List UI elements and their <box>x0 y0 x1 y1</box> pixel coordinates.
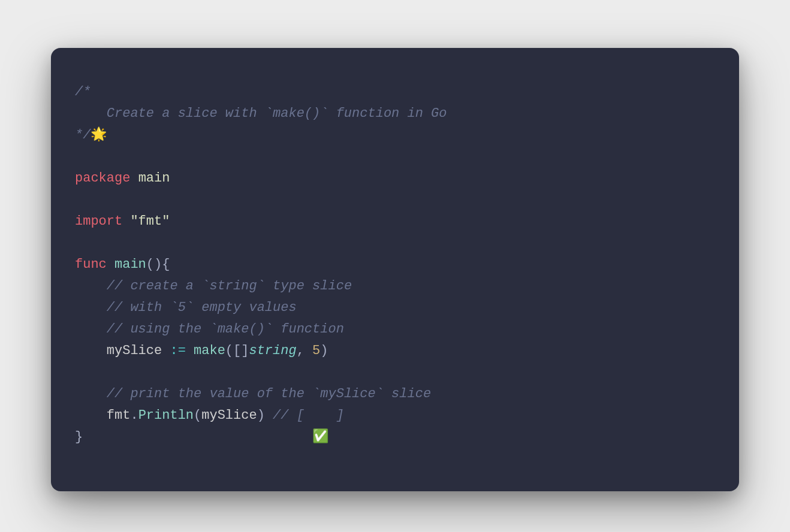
import-path: "fmt" <box>130 214 170 229</box>
type-string: string <box>249 343 296 358</box>
make-paren-open: ( <box>225 343 233 358</box>
call-println: Println <box>138 408 194 423</box>
package-name: main <box>138 171 170 186</box>
code-block: /* Create a slice with `make()` function… <box>75 81 715 448</box>
assign-op: := <box>170 343 185 358</box>
comma: , <box>297 343 304 358</box>
func-name: main <box>114 257 146 272</box>
call-make: make <box>194 343 225 358</box>
paren-open: ( <box>146 257 154 272</box>
keyword-import: import <box>75 214 122 229</box>
keyword-package: package <box>75 171 130 186</box>
make-paren-close: ) <box>320 343 328 358</box>
slice-brackets: [] <box>233 343 249 358</box>
block-comment-close: */ <box>75 128 91 143</box>
println-paren-close: ) <box>257 408 265 423</box>
number-five: 5 <box>312 343 320 358</box>
check-icon: ✅ <box>312 430 328 445</box>
pkg-fmt: fmt <box>107 408 131 423</box>
arg-myslice: mySlice <box>201 408 257 423</box>
line-comment-3: // using the `make()` function <box>107 322 344 337</box>
keyword-func: func <box>75 257 107 272</box>
block-comment-body: Create a slice with `make()` function in… <box>75 106 447 121</box>
trailing-comment: // [ ] <box>273 408 344 423</box>
line-comment-4: // print the value of the `mySlice` slic… <box>107 386 431 401</box>
sparkle-icon: 🌟 <box>91 128 107 143</box>
line-comment-1: // create a `string` type slice <box>107 279 352 294</box>
var-name: mySlice <box>107 343 162 358</box>
brace-close: } <box>75 430 83 445</box>
dot: . <box>130 408 138 423</box>
block-comment-open: /* <box>75 84 91 99</box>
println-paren-open: ( <box>194 408 201 423</box>
brace-open: { <box>162 257 170 272</box>
line-comment-2: // with `5` empty values <box>107 300 297 315</box>
code-card: /* Create a slice with `make()` function… <box>51 48 739 491</box>
canvas: /* Create a slice with `make()` function… <box>0 0 790 532</box>
paren-close: ) <box>154 257 162 272</box>
